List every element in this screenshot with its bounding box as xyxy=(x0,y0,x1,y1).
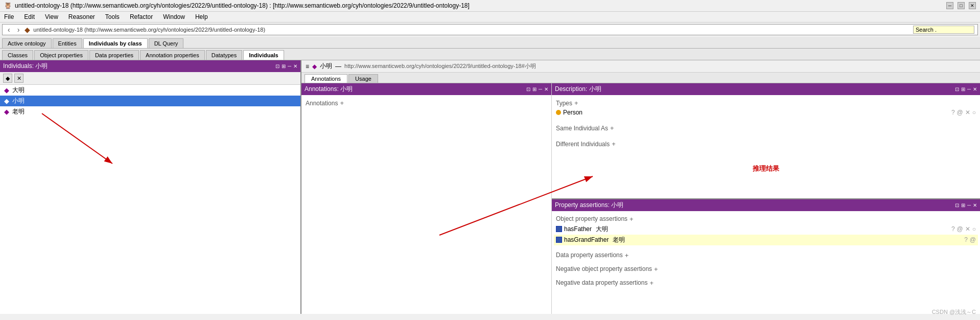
annotations-sub-label: Annotations xyxy=(306,100,338,107)
ann-icon-4[interactable]: ✕ xyxy=(544,86,548,92)
close-button[interactable]: ✕ xyxy=(969,2,976,9)
add-object-prop-button[interactable]: + xyxy=(629,215,634,223)
tab-annotation-properties[interactable]: Annotation properties xyxy=(140,50,205,60)
ann-icon-2[interactable]: ⊞ xyxy=(532,86,536,92)
desc-icon-4[interactable]: ✕ xyxy=(973,86,977,92)
forward-button[interactable]: › xyxy=(15,26,22,34)
tab-entities[interactable]: Entities xyxy=(53,38,82,48)
type-action-close[interactable]: ✕ xyxy=(965,109,970,116)
menu-edit[interactable]: Edit xyxy=(22,13,37,21)
individual-item-daming[interactable]: ◆ 大明 xyxy=(0,85,300,96)
title-bar: 🦉 untitled-ontology-18 (http://www.seman… xyxy=(0,0,980,12)
hf-action-circle[interactable]: ○ xyxy=(972,225,976,233)
panel-icon-4[interactable]: ✕ xyxy=(293,63,297,69)
header-url: http://www.semanticweb.org/cyh/ontologie… xyxy=(344,62,536,70)
tab-active-ontology[interactable]: Active ontology xyxy=(2,38,52,48)
add-annotation-button[interactable]: + xyxy=(340,99,344,107)
tab-individuals-by-class[interactable]: Individuals by class xyxy=(83,38,148,48)
desc-icon-2[interactable]: ⊞ xyxy=(961,86,965,92)
annotations-panel: Annotations: 小明 ⊡ ⊞ ─ ✕ Annotations + xyxy=(301,83,552,314)
neg-data-prop-subsection: Negative data property assertions + xyxy=(554,277,978,288)
annotations-content: Annotations + xyxy=(301,95,551,314)
type-action-question[interactable]: ? xyxy=(951,109,955,116)
add-type-button[interactable]: + xyxy=(574,99,578,107)
add-neg-obj-prop-button[interactable]: + xyxy=(654,265,658,273)
hf-action-close[interactable]: ✕ xyxy=(965,225,970,233)
type-action-at[interactable]: @ xyxy=(957,109,963,116)
prop-icon-2[interactable]: ⊞ xyxy=(961,202,965,208)
reasoning-result-label: 推理结果 xyxy=(753,165,779,172)
menu-refactor[interactable]: Refactor xyxy=(128,13,155,21)
annotations-header-label: Annotations: 小明 xyxy=(305,85,353,94)
hf-action-at[interactable]: @ xyxy=(957,225,963,233)
individual-item-laoming[interactable]: ◆ 老明 xyxy=(0,106,300,117)
add-individual-button[interactable]: ◆ xyxy=(3,74,12,83)
individual-item-xiaoming[interactable]: ◆ 小明 xyxy=(0,96,300,106)
ann-icon-3[interactable]: ─ xyxy=(539,86,542,92)
hasGrandFather-action-icons: ? @ xyxy=(964,236,976,243)
minimize-button[interactable]: ─ xyxy=(946,2,953,9)
desc-icon-3[interactable]: ─ xyxy=(967,86,971,92)
individuals-toolbar: ◆ ✕ xyxy=(0,72,300,85)
property-assertions-header: Property assertions: 小明 ⊡ ⊞ ─ ✕ xyxy=(552,199,980,211)
back-button[interactable]: ‹ xyxy=(6,26,12,34)
neg-data-prop-label: Negative data property assertions xyxy=(556,279,647,286)
individual-name: 大明 xyxy=(12,86,25,95)
header-diamond-icon: ◆ xyxy=(312,63,317,70)
menu-reasoner[interactable]: Reasoner xyxy=(66,13,97,21)
desc-icon-1[interactable]: ⊡ xyxy=(955,86,959,92)
menu-window[interactable]: Window xyxy=(161,13,187,21)
hgf-action-q[interactable]: ? xyxy=(964,236,968,243)
type-action-circle[interactable]: ○ xyxy=(972,109,976,116)
prop-icon-1[interactable]: ⊡ xyxy=(955,202,959,208)
add-different-individual-button[interactable]: + xyxy=(612,140,616,148)
tab-data-properties[interactable]: Data properties xyxy=(89,50,139,60)
menu-view[interactable]: View xyxy=(43,13,60,21)
object-prop-subsection: Object property assertions + xyxy=(554,213,978,224)
window-title: untitled-ontology-18 (http://www.semanti… xyxy=(15,2,470,9)
hf-action-q[interactable]: ? xyxy=(951,225,955,233)
hgf-action-at[interactable]: @ xyxy=(970,236,976,243)
maximize-button[interactable]: □ xyxy=(958,2,965,9)
tab-usage[interactable]: Usage xyxy=(348,74,378,83)
prop-value-laoming: 老明 xyxy=(613,236,625,244)
individual-diamond-icon: ◆ xyxy=(4,86,9,94)
property-assertions-header-label: Property assertions: 小明 xyxy=(555,201,623,210)
tab-classes[interactable]: Classes xyxy=(2,50,33,60)
menu-file[interactable]: File xyxy=(2,13,16,21)
delete-individual-button[interactable]: ✕ xyxy=(14,74,24,83)
add-same-individual-button[interactable]: + xyxy=(610,124,614,132)
prop-name-hasfather: hasFather xyxy=(564,225,592,233)
description-header-label: Description: 小明 xyxy=(555,85,601,94)
tab-annotations[interactable]: Annotations xyxy=(305,74,347,83)
menu-tools[interactable]: Tools xyxy=(103,13,122,21)
neg-obj-prop-subsection: Negative object property assertions + xyxy=(554,263,978,274)
object-prop-label: Object property assertions xyxy=(556,215,627,222)
prop-icon-4[interactable]: ✕ xyxy=(973,202,977,208)
tab-individuals[interactable]: Individuals xyxy=(243,50,284,60)
description-content: Types + Person ? @ ✕ ○ xyxy=(552,95,980,198)
description-panel: Description: 小明 ⊡ ⊞ ─ ✕ Types xyxy=(552,83,980,199)
prop-item-icon xyxy=(556,226,562,232)
watermark: CSDN @浅浅～C xyxy=(932,308,976,316)
menu-help[interactable]: Help xyxy=(193,13,210,21)
prop-icon-3[interactable]: ─ xyxy=(967,202,971,208)
panel-icon-3[interactable]: ─ xyxy=(288,63,291,69)
panel-icon-1[interactable]: ⊡ xyxy=(275,63,279,69)
neg-obj-prop-label: Negative object property assertions xyxy=(556,265,652,272)
main-tabs: Active ontology Entities Individuals by … xyxy=(0,37,980,49)
panel-icon-2[interactable]: ⊞ xyxy=(282,63,286,69)
ann-icon-1[interactable]: ⊡ xyxy=(526,86,530,92)
tab-datatypes[interactable]: Datatypes xyxy=(206,50,243,60)
add-neg-data-prop-button[interactable]: + xyxy=(649,279,654,287)
header-menu-icon: ≡ xyxy=(306,63,309,70)
add-data-prop-button[interactable]: + xyxy=(625,252,629,259)
individuals-panel-header: Individuals: 小明 ⊡ ⊞ ─ ✕ xyxy=(0,60,300,72)
data-prop-label: Data property assertions xyxy=(556,252,623,259)
tab-object-properties[interactable]: Object properties xyxy=(34,50,88,60)
right-content: Annotations: 小明 ⊡ ⊞ ─ ✕ Annotations + xyxy=(301,83,980,314)
search-input[interactable] xyxy=(913,26,974,34)
header-dash: — xyxy=(335,63,341,70)
tab-dl-query[interactable]: DL Query xyxy=(149,38,184,48)
left-panel: Individuals: 小明 ⊡ ⊞ ─ ✕ ◆ ✕ ◆ 大明 ◆ xyxy=(0,60,301,314)
